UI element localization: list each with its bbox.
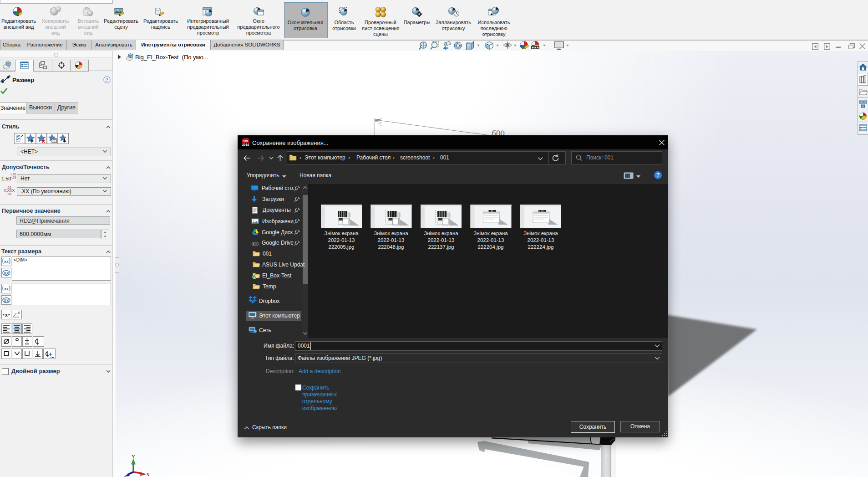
- svg-text:X: X: [146, 472, 150, 477]
- svg-text:2016: 2016: [242, 143, 249, 146]
- svg-text:XX: XX: [4, 271, 9, 276]
- svg-text:x: x: [17, 310, 20, 315]
- svg-text:x: x: [5, 313, 8, 318]
- svg-text:XX: XX: [4, 298, 9, 303]
- svg-text:Y: Y: [132, 454, 135, 459]
- svg-text:xx: xx: [4, 287, 9, 291]
- svg-text:SW: SW: [243, 139, 248, 143]
- svg-text:?: ?: [106, 77, 108, 82]
- svg-text:xx: xx: [4, 259, 9, 264]
